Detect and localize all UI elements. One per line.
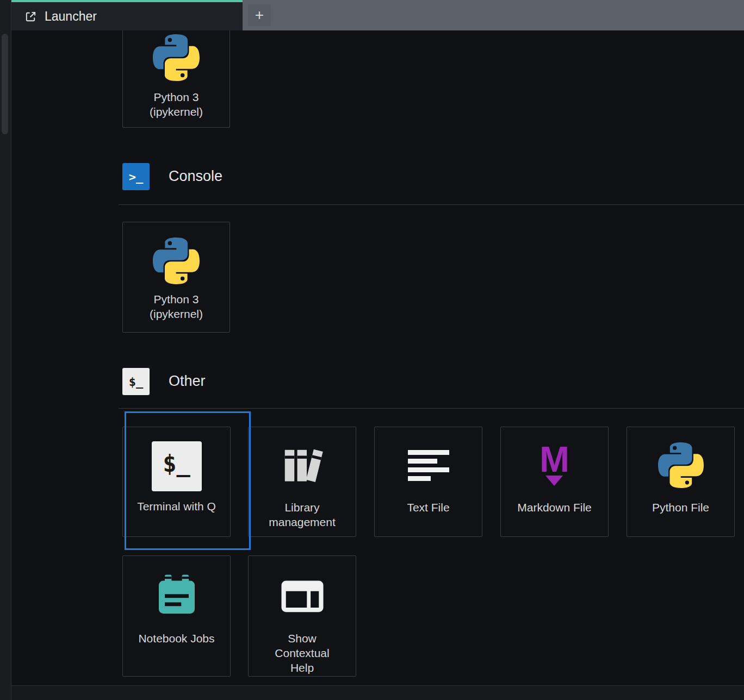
launcher-card-console-python3[interactable]: Python 3 (ipykernel) bbox=[122, 222, 230, 333]
card-label: Notebook Jobs bbox=[138, 631, 214, 646]
new-tab-button[interactable]: + bbox=[248, 4, 271, 26]
terminal-icon: $_ bbox=[152, 434, 202, 499]
calendar-jobs-icon bbox=[153, 560, 201, 631]
tab-launcher[interactable]: Launcher bbox=[11, 0, 243, 30]
launcher-card-text-file[interactable]: Text File bbox=[374, 427, 482, 537]
console-icon: >_ bbox=[122, 163, 150, 190]
launcher-card-markdown-file[interactable]: M Markdown File bbox=[500, 427, 609, 537]
scrollbar-thumb[interactable] bbox=[2, 34, 8, 134]
python-icon bbox=[658, 430, 704, 500]
library-books-icon bbox=[279, 430, 326, 500]
bottom-strip bbox=[11, 685, 744, 700]
launcher-card-python-file[interactable]: Python File bbox=[627, 427, 735, 537]
tab-label: Launcher bbox=[45, 9, 97, 24]
tab-bar: Launcher + bbox=[11, 0, 744, 30]
section-title-other: Other bbox=[169, 373, 206, 390]
python-icon bbox=[153, 34, 200, 81]
section-divider bbox=[119, 408, 744, 409]
markdown-icon: M bbox=[540, 430, 569, 500]
terminal-icon: $_ bbox=[122, 368, 150, 395]
section-title-console: Console bbox=[169, 168, 222, 185]
card-label: Markdown File bbox=[517, 500, 592, 515]
python-icon bbox=[153, 238, 200, 284]
launcher-body: Python 3 (ipykernel) >_ Console Python 3… bbox=[11, 0, 744, 686]
card-label: Terminal with Q bbox=[137, 499, 216, 514]
left-sidebar-strip bbox=[0, 0, 11, 700]
card-label: Python 3 (ipykernel) bbox=[150, 292, 203, 321]
launcher-card-notebook-jobs[interactable]: Notebook Jobs bbox=[122, 555, 231, 677]
launcher-card-show-contextual-help[interactable]: Show Contextual Help bbox=[248, 555, 356, 677]
section-divider bbox=[119, 204, 744, 205]
launcher-icon bbox=[24, 10, 37, 23]
card-label: Library management bbox=[262, 500, 343, 529]
card-label: Show Contextual Help bbox=[267, 631, 338, 675]
contextual-help-icon bbox=[278, 560, 326, 631]
card-label: Python File bbox=[652, 500, 709, 515]
card-label: Text File bbox=[407, 500, 449, 515]
card-label: Python 3 (ipykernel) bbox=[150, 90, 203, 119]
launcher-card-terminal-with-q[interactable]: $_ Terminal with Q bbox=[122, 427, 231, 537]
text-lines-icon bbox=[407, 430, 450, 500]
launcher-card-library-management[interactable]: Library management bbox=[248, 427, 356, 537]
launcher-card-notebook-python3[interactable]: Python 3 (ipykernel) bbox=[122, 16, 230, 128]
